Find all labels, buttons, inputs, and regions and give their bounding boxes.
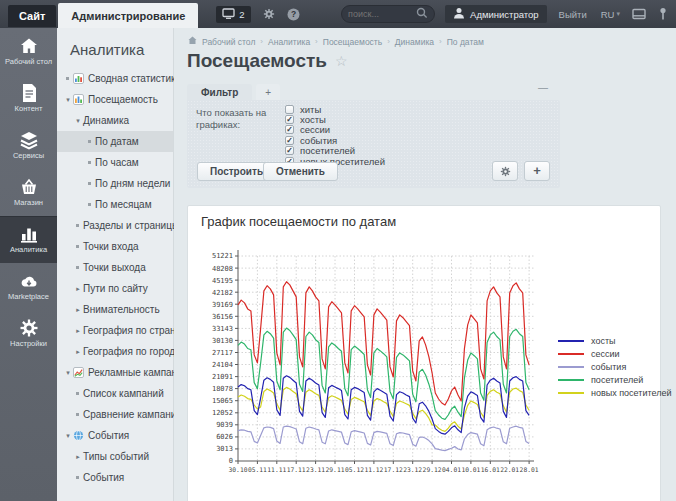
checkbox-checked[interactable]	[285, 125, 294, 134]
sidebar-item[interactable]: По часам	[57, 152, 173, 173]
svg-text:?: ?	[290, 9, 295, 19]
chevron-down-icon[interactable]: ▾	[63, 369, 73, 377]
search-input[interactable]	[348, 9, 416, 19]
gear-icon[interactable]	[263, 8, 275, 20]
cancel-button[interactable]: Отменить	[263, 162, 338, 181]
chevron-down-icon[interactable]: ▾	[63, 432, 73, 440]
home-icon[interactable]	[188, 36, 197, 47]
toggle-panel-icon[interactable]	[632, 7, 646, 21]
svg-text:28.01: 28.01	[520, 466, 539, 473]
sidebar-item-label: География по городам	[83, 346, 188, 357]
sidebar-item[interactable]: Точки выхода	[57, 257, 173, 278]
language-selector[interactable]: RU ▾	[601, 9, 620, 20]
notifications-count: 2	[239, 9, 244, 20]
legend-label: хосты	[591, 336, 616, 346]
checkbox-checked[interactable]	[285, 136, 294, 145]
collapse-filter-icon[interactable]: —	[536, 82, 550, 94]
help-icon[interactable]: ?	[287, 8, 300, 21]
rail-item-services[interactable]: Сервисы	[0, 122, 57, 169]
sidebar-item-label: Пути по сайту	[83, 283, 148, 294]
checkbox-checked[interactable]	[285, 146, 294, 155]
rail-item-content[interactable]: Контент	[0, 75, 57, 122]
chevron-down-icon[interactable]: ▾	[63, 96, 73, 104]
breadcrumb-item[interactable]: Рабочий стол	[202, 37, 255, 47]
chevron-right-icon[interactable]: ▸	[73, 327, 83, 335]
pin-icon[interactable]	[658, 7, 668, 21]
summary-icon	[73, 73, 84, 84]
svg-text:24104: 24104	[212, 361, 233, 369]
filter-tab[interactable]: Фильтр	[187, 84, 252, 100]
user-button[interactable]: Администратор	[445, 5, 547, 23]
sidebar-item[interactable]: ▸География по странам	[57, 320, 173, 341]
svg-text:11.12: 11.12	[364, 466, 383, 473]
rail-item-marketplace[interactable]: Marketplace	[0, 263, 57, 310]
sidebar-item[interactable]: События	[57, 467, 173, 488]
breadcrumb-item[interactable]: Аналитика	[268, 37, 310, 47]
svg-text:3013: 3013	[216, 445, 233, 453]
sidebar-item-label: Типы событий	[83, 451, 149, 462]
sidebar-item[interactable]: ▸Типы событий	[57, 446, 173, 467]
events-icon	[73, 430, 84, 441]
user-icon	[453, 7, 465, 21]
sidebar-item-label: Динамика	[83, 115, 129, 126]
logout-link[interactable]: Выйти	[559, 9, 587, 20]
sidebar-item[interactable]: Сравнение кампаний	[57, 404, 173, 425]
sidebar-item-label: Точки входа	[83, 241, 139, 252]
sidebar-item[interactable]: ▸Пути по сайту	[57, 278, 173, 299]
sidebar-item[interactable]: ▾События	[57, 425, 173, 446]
adv-icon	[73, 367, 84, 378]
sidebar-item[interactable]: По датам	[57, 131, 173, 152]
breadcrumb-item[interactable]: Динамика	[395, 37, 434, 47]
sidebar-item[interactable]: Сводная статистика	[57, 68, 173, 89]
add-filter-tab[interactable]: +	[256, 84, 280, 100]
bullet-icon	[76, 245, 79, 248]
breadcrumb-separator: ›	[387, 37, 390, 46]
checkbox-unchecked[interactable]	[285, 105, 294, 114]
sidebar-item[interactable]: ▾Динамика	[57, 110, 173, 131]
rail-item-label: Контент	[2, 105, 56, 114]
sidebar-item[interactable]: Точки входа	[57, 236, 173, 257]
bullet-icon	[88, 182, 91, 185]
svg-text:29.12: 29.12	[423, 466, 442, 473]
breadcrumb-item[interactable]: Посещаемость	[323, 37, 382, 47]
sidebar-item[interactable]: Список кампаний	[57, 383, 173, 404]
svg-text:39169: 39169	[212, 301, 233, 309]
legend-item: новых посетителей	[558, 386, 671, 399]
filter-settings-button[interactable]	[492, 161, 518, 181]
legend-label: новых посетителей	[591, 388, 671, 398]
sidebar-item-label: Сводная статистика	[88, 73, 181, 84]
checkbox-checked[interactable]	[285, 115, 294, 124]
sidebar-item-label: По месяцам	[95, 199, 152, 210]
sidebar-item[interactable]: ▸География по городам	[57, 341, 173, 362]
chevron-down-icon[interactable]: ▾	[73, 117, 83, 125]
favorite-star-icon[interactable]: ☆	[335, 53, 348, 69]
chevron-right-icon[interactable]: ▸	[73, 453, 83, 461]
sidebar-item[interactable]: По месяцам	[57, 194, 173, 215]
chevron-right-icon[interactable]: ▸	[73, 306, 83, 314]
filter-add-button[interactable]: +	[524, 161, 550, 181]
search-icon[interactable]	[416, 5, 428, 23]
breadcrumb-separator: ›	[260, 37, 263, 46]
sidebar-item[interactable]: ▾Посещаемость	[57, 89, 173, 110]
admin-tab[interactable]: Администрирование	[58, 3, 198, 28]
bullet-icon	[88, 203, 91, 206]
legend-item: сессии	[558, 347, 671, 360]
filter-panel: Что показать на графиках: хитыхостысесси…	[187, 100, 560, 188]
site-tab[interactable]: Сайт	[8, 5, 56, 27]
chevron-right-icon[interactable]: ▸	[73, 285, 83, 293]
sidebar-item[interactable]: ▸Внимательность	[57, 299, 173, 320]
rail-item-store[interactable]: Магазин	[0, 169, 57, 216]
legend-line-swatch	[558, 366, 584, 368]
svg-text:05.11: 05.11	[248, 466, 267, 473]
notifications-button[interactable]: 2	[216, 6, 250, 23]
sidebar-item[interactable]: По дням недели	[57, 173, 173, 194]
rail-item-desktop[interactable]: Рабочий стол	[0, 28, 57, 75]
sidebar-item[interactable]: ▾Рекламные кампании	[57, 362, 173, 383]
legend-item: события	[558, 360, 671, 373]
sidebar-item[interactable]: Разделы и страницы	[57, 215, 173, 236]
chevron-right-icon[interactable]: ▸	[73, 348, 83, 356]
rail-item-analytics[interactable]: Аналитика	[0, 216, 57, 263]
breadcrumb-item[interactable]: По датам	[447, 37, 484, 47]
filter-option-label: хиты	[300, 104, 321, 115]
rail-item-settings[interactable]: Настройки	[0, 310, 57, 357]
